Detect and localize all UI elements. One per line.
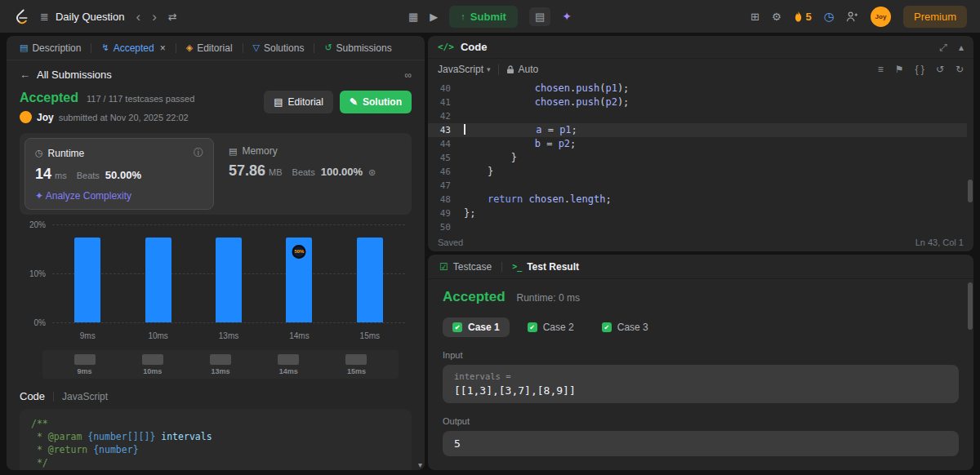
submission-timestamp: submitted at Nov 20, 2025 22:02	[59, 113, 189, 122]
code-line[interactable]: 44 b = p2;	[428, 137, 967, 151]
beats-label: Beats	[292, 167, 315, 177]
daily-question-label: Daily Question	[56, 11, 125, 23]
analyze-complexity-link[interactable]: ✦ Analyze Complexity	[35, 190, 203, 202]
auto-save-toggle[interactable]: Auto	[506, 64, 539, 75]
input-label: Input	[443, 350, 959, 360]
retrieve-icon[interactable]: ↻	[956, 64, 964, 75]
case-2-button[interactable]: ✔ Case 2	[518, 317, 584, 337]
prev-question-button[interactable]: ‹	[136, 10, 140, 24]
solution-button-icon: ✎	[350, 96, 358, 108]
premium-button[interactable]: Premium	[903, 6, 967, 28]
mini-bar[interactable]: 15ms	[323, 354, 390, 375]
invite-friends-button[interactable]	[846, 11, 858, 23]
code-line[interactable]: * @param {number[][]} intervals	[31, 430, 400, 443]
info-icon[interactable]: ⓘ	[194, 146, 203, 160]
editor-header: </> Code ⤢ ▴	[428, 36, 973, 59]
editor-scrollbar-thumb[interactable]	[968, 180, 973, 202]
line-number: 49	[428, 206, 464, 220]
all-submissions-row: ← All Submissions ∞	[7, 60, 425, 84]
braces-icon[interactable]: { }	[915, 64, 924, 75]
daily-question-nav[interactable]: ≣ Daily Question	[40, 11, 124, 23]
format-code-icon[interactable]: ≡	[878, 64, 884, 75]
code-line[interactable]: 43 a = p1;	[428, 123, 967, 137]
runtime-bar[interactable]: 50%	[264, 224, 334, 322]
mini-bar-label: 9ms	[78, 367, 92, 375]
mini-bar[interactable]: 13ms	[186, 354, 254, 375]
tab-editorial[interactable]: ◈ Editorial	[180, 39, 239, 57]
mini-bar[interactable]: 9ms	[51, 354, 118, 375]
tab-solutions[interactable]: ▽ Solutions	[247, 39, 311, 57]
leetcode-logo[interactable]	[13, 7, 29, 25]
layout-grid-button[interactable]: ⊞	[751, 11, 760, 22]
runtime-range-selector[interactable]: 9ms10ms13ms14ms15ms	[42, 350, 399, 379]
copy-link-icon[interactable]: ∞	[404, 69, 412, 81]
back-arrow-icon[interactable]: ←	[20, 69, 30, 81]
chart-bars: 50%	[52, 224, 405, 322]
y-tick-label: 20%	[21, 220, 46, 229]
code-line[interactable]: 42	[428, 109, 967, 123]
code-line[interactable]: 50	[428, 220, 967, 233]
mini-bar-label: 10ms	[143, 367, 162, 375]
editorial-button[interactable]: ▤ Editorial	[264, 91, 333, 113]
case-3-button[interactable]: ✔ Case 3	[592, 317, 658, 337]
submitted-code-block[interactable]: /** * @param {number[][]} intervals * @r…	[20, 409, 412, 470]
streak-counter[interactable]: 5	[794, 11, 812, 23]
notes-button[interactable]: ▤	[529, 7, 550, 26]
code-line[interactable]: 48 return chosen.length;	[428, 193, 967, 206]
code-line[interactable]: 40 chosen.push(p1);	[428, 82, 967, 95]
divider	[498, 64, 499, 75]
random-question-button[interactable]: ⇄	[168, 11, 177, 22]
runtime-bar[interactable]	[122, 224, 193, 322]
next-question-button[interactable]: ›	[152, 10, 157, 24]
case-1-button[interactable]: ✔ Case 1	[443, 317, 510, 337]
output-box[interactable]: 5	[443, 431, 959, 456]
user-avatar[interactable]: Joy	[871, 7, 891, 27]
tab-description[interactable]: ▤ Description	[13, 39, 87, 57]
tab-testcase[interactable]: ☑ Testcase	[439, 261, 492, 273]
settings-gear-button[interactable]: ⚙	[772, 11, 782, 22]
undo-icon[interactable]: ↺	[936, 64, 944, 75]
submit-button[interactable]: ↑ Submit	[449, 6, 518, 28]
mini-bar[interactable]: 14ms	[255, 354, 323, 375]
collapse-panel-icon[interactable]: ▴	[959, 42, 964, 53]
runtime-bar[interactable]	[52, 224, 122, 322]
timer-button[interactable]: ◷	[824, 11, 834, 22]
code-section-title: Code	[20, 390, 45, 402]
runtime-bar[interactable]	[194, 224, 264, 322]
runtime-metric[interactable]: ◷ Runtime ⓘ 14 ms Beats 50.00% ✦ Analyze…	[24, 138, 214, 210]
memory-metric[interactable]: ▤ Memory 57.86 MB Beats 100.00% ⊛	[219, 138, 407, 210]
code-line[interactable]: 49};	[428, 206, 967, 220]
submitter-avatar	[20, 111, 32, 123]
run-button[interactable]: ▶	[430, 11, 438, 22]
tab-submissions[interactable]: ↺ Submissions	[318, 39, 398, 57]
code-line[interactable]: */	[31, 456, 400, 469]
solution-button[interactable]: ✎ Solution	[340, 91, 412, 113]
fullscreen-icon[interactable]: ⤢	[939, 42, 947, 53]
code-line[interactable]: /**	[31, 417, 400, 430]
accepted-tab-icon: ↯	[101, 42, 109, 53]
runtime-bar[interactable]	[335, 224, 405, 322]
mini-bar[interactable]: 10ms	[118, 354, 186, 375]
tab-test-result[interactable]: >_ Test Result	[512, 261, 579, 273]
language-selector[interactable]: JavaScript ▾	[438, 64, 491, 75]
input-variable-name: intervals =	[454, 371, 947, 381]
bookmark-icon[interactable]: ⚑	[895, 64, 904, 75]
code-line[interactable]: var intersectionSizeTwo = function(inter…	[31, 469, 400, 470]
code-line[interactable]: * @return {number}	[31, 443, 400, 456]
code-line[interactable]: 47	[428, 179, 967, 193]
analyze-sparkle-icon: ✦	[35, 190, 43, 202]
runtime-beats-value: 50.00%	[105, 169, 141, 181]
code-line[interactable]: 45 }	[428, 151, 967, 165]
test-panel-scrollbar-thumb[interactable]	[968, 282, 973, 330]
tab-accepted[interactable]: ↯ Accepted ×	[95, 39, 172, 57]
person-add-icon	[846, 11, 858, 23]
code-line[interactable]: 46 }	[428, 165, 967, 179]
debugger-icon[interactable]: ▦	[408, 11, 418, 22]
code-line[interactable]: 41 chosen.push(p2);	[428, 95, 967, 109]
ai-assistant-button[interactable]: ✦	[562, 11, 572, 22]
close-tab-icon[interactable]: ×	[160, 42, 166, 54]
all-submissions-link[interactable]: All Submissions	[37, 69, 112, 81]
input-box[interactable]: intervals = [[1,3],[3,7],[8,9]]	[443, 365, 959, 403]
scroll-down-arrow[interactable]: ▾	[418, 460, 422, 469]
code-editor-content[interactable]: 40 chosen.push(p1);41 chosen.push(p2);42…	[428, 82, 967, 233]
